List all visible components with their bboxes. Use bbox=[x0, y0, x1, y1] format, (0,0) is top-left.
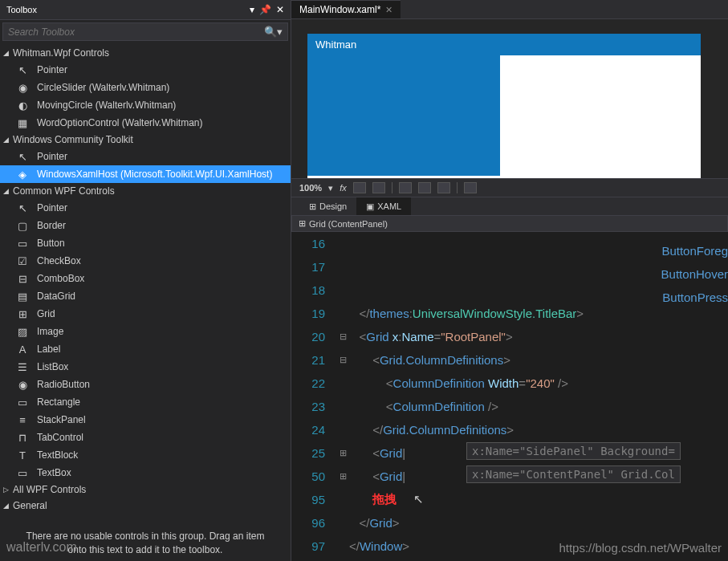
preview-window[interactable]: Whitman bbox=[307, 34, 701, 178]
toolbox-item[interactable]: ⊟ComboBox bbox=[0, 270, 291, 287]
tab-design[interactable]: ⊞ Design bbox=[299, 197, 356, 215]
dropdown-icon[interactable]: ▾ bbox=[328, 183, 333, 193]
code-line[interactable]: 96 </Grid> bbox=[291, 511, 728, 535]
search-input[interactable] bbox=[8, 26, 264, 38]
editor-tab[interactable]: MainWindow.xaml* ✕ bbox=[291, 0, 401, 18]
toolbox-group-header[interactable]: ◢Whitman.Wpf Controls bbox=[0, 45, 291, 61]
toolbox-item-label: StackPanel bbox=[37, 414, 86, 425]
stackpanel-icon: ≡ bbox=[16, 413, 29, 426]
toolbox-item[interactable]: ↖Pointer bbox=[0, 199, 291, 217]
toolbox-item[interactable]: ≡StackPanel bbox=[0, 411, 291, 429]
button-icon: ▭ bbox=[16, 237, 29, 250]
tool-icon[interactable] bbox=[418, 182, 431, 193]
toolbox-group-header[interactable]: ◢General bbox=[0, 498, 291, 514]
designer-surface[interactable]: Whitman bbox=[291, 19, 728, 178]
toolbox-item[interactable]: ▨Image bbox=[0, 323, 291, 340]
textbox-icon: ▭ bbox=[16, 466, 29, 479]
code-line[interactable]: 18ButtonPress bbox=[291, 278, 728, 302]
movingcircle-icon: ◐ bbox=[16, 99, 29, 112]
toolbox-group-header[interactable]: ◢Windows Community Toolkit bbox=[0, 132, 291, 148]
pin-icon[interactable]: 📌 bbox=[259, 4, 271, 15]
toolbox-item[interactable]: ☑CheckBox bbox=[0, 252, 291, 270]
toolbox-item[interactable]: ▭Button bbox=[0, 234, 291, 252]
toolbox-item[interactable]: ◈WindowsXamlHost (Microsoft.Toolkit.Wpf.… bbox=[0, 165, 291, 183]
toolbox-item[interactable]: ▤DataGrid bbox=[0, 287, 291, 305]
zoom-level[interactable]: 100% bbox=[299, 183, 322, 193]
pointer-icon: ↖ bbox=[16, 201, 29, 214]
toolbox-item-label: TextBlock bbox=[37, 449, 78, 461]
code-line[interactable]: 20⊟ <Grid x:Name="RootPanel"> bbox=[291, 325, 728, 348]
design-icon: ⊞ bbox=[309, 201, 316, 212]
code-line[interactable]: 17ButtonHover bbox=[291, 255, 728, 278]
pointer-icon: ↖ bbox=[16, 63, 29, 76]
pointer-icon: ↖ bbox=[16, 150, 29, 163]
toolbox-item[interactable]: ↖Pointer bbox=[0, 148, 291, 165]
toolbox-item-label: Pointer bbox=[37, 64, 67, 75]
toolbox-item[interactable]: ▭Rectangle bbox=[0, 393, 291, 411]
toolbox-item[interactable]: ◐MovingCircle (Walterlv.Whitman) bbox=[0, 96, 291, 114]
toolbox-item-label: WordOptionControl (Walterlv.Whitman) bbox=[37, 117, 203, 128]
editor-tab-bar: MainWindow.xaml* ✕ bbox=[291, 0, 728, 19]
code-line[interactable]: 22 <ColumnDefinition Width="240" /> bbox=[291, 372, 728, 395]
editor-area: MainWindow.xaml* ✕ Whitman 100% ▾ fx bbox=[291, 0, 728, 561]
toolbox-item-label: CircleSlider (Walterlv.Whitman) bbox=[37, 82, 169, 93]
toolbox-group-header[interactable]: ◢Common WPF Controls bbox=[0, 183, 291, 199]
toolbox-item[interactable]: TTextBlock bbox=[0, 446, 291, 464]
close-icon[interactable]: ✕ bbox=[276, 4, 284, 15]
toolbox-item-label: Label bbox=[37, 344, 60, 355]
search-icon[interactable]: 🔍▾ bbox=[264, 26, 283, 38]
tab-xaml[interactable]: ▣ XAML bbox=[356, 197, 411, 215]
toolbox-group-header[interactable]: ▷All WPF Controls bbox=[0, 482, 291, 498]
grid-icon[interactable] bbox=[353, 182, 366, 193]
code-line[interactable]: 21⊟ <Grid.ColumnDefinitions> bbox=[291, 348, 728, 372]
intellisense-hint: x:Name="ContentPanel" Grid.Col bbox=[466, 465, 681, 483]
toolbox-item[interactable]: ⊓TabControl bbox=[0, 429, 291, 446]
watermark-right: https://blog.csdn.net/WPwalter bbox=[559, 541, 722, 555]
intellisense-hint: x:Name="SidePanel" Background= bbox=[466, 442, 681, 460]
toolbox-item[interactable]: ↖Pointer bbox=[0, 61, 291, 79]
breadcrumb-text: Grid (ContentPanel) bbox=[309, 219, 388, 229]
code-breadcrumb[interactable]: ⊞ Grid (ContentPanel) bbox=[291, 215, 728, 232]
toolbox-item-label: Image bbox=[37, 326, 63, 337]
code-line[interactable]: 16ButtonForeg bbox=[291, 232, 728, 255]
toolbox-item-label: RadioButton bbox=[37, 379, 90, 390]
toolbox-titlebar: Toolbox ▾ 📌 ✕ bbox=[0, 0, 291, 20]
toolbox-item[interactable]: ALabel bbox=[0, 340, 291, 358]
snap-icon[interactable] bbox=[372, 182, 385, 193]
toolbox-item-label: CheckBox bbox=[37, 255, 81, 266]
tool-icon[interactable] bbox=[437, 182, 450, 193]
toolbox-item[interactable]: ▦WordOptionControl (Walterlv.Whitman) bbox=[0, 114, 291, 132]
code-line[interactable]: 98 bbox=[291, 558, 728, 561]
preview-titlebar: Whitman bbox=[307, 34, 701, 55]
toolbox-item-label: ComboBox bbox=[37, 273, 84, 284]
toolbox-item[interactable]: ▢Border bbox=[0, 217, 291, 234]
textblock-icon: T bbox=[16, 449, 29, 461]
toolbox-item-label: TabControl bbox=[37, 432, 83, 443]
code-line[interactable]: 95 拖拽 ↖ bbox=[291, 488, 728, 511]
watermark-left: walterlv.com bbox=[6, 540, 77, 555]
design-xaml-tabs: ⊞ Design ▣ XAML bbox=[291, 197, 728, 215]
checkbox-icon: ☑ bbox=[16, 254, 29, 267]
toolbox-item[interactable]: ◉RadioButton bbox=[0, 376, 291, 393]
dropdown-icon[interactable]: ▾ bbox=[250, 4, 254, 15]
image-icon: ▨ bbox=[16, 325, 29, 338]
toolbox-panel: Toolbox ▾ 📌 ✕ 🔍▾ ◢Whitman.Wpf Controls↖P… bbox=[0, 0, 291, 561]
code-editor[interactable]: 16ButtonForeg17ButtonHover18ButtonPress1… bbox=[291, 232, 728, 561]
tool-icon[interactable] bbox=[399, 182, 412, 193]
datagrid-icon: ▤ bbox=[16, 290, 29, 303]
tab-title: MainWindow.xaml* bbox=[299, 4, 380, 15]
tool-icon[interactable] bbox=[464, 182, 477, 193]
toolbox-item-label: Pointer bbox=[37, 151, 67, 162]
code-line[interactable]: 19 </themes:UniversalWindowStyle.TitleBa… bbox=[291, 302, 728, 325]
toolbox-item[interactable]: ⊞Grid bbox=[0, 305, 291, 323]
code-line[interactable]: 23 <ColumnDefinition /> bbox=[291, 395, 728, 418]
toolbox-item[interactable]: ◉CircleSlider (Walterlv.Whitman) bbox=[0, 79, 291, 96]
code-line[interactable]: 24 </Grid.ColumnDefinitions> bbox=[291, 418, 728, 441]
toolbox-item[interactable]: ▭TextBox bbox=[0, 464, 291, 482]
combobox-icon: ⊟ bbox=[16, 272, 29, 285]
toolbox-item[interactable]: ☰ListBox bbox=[0, 358, 291, 376]
border-icon: ▢ bbox=[16, 219, 29, 232]
tabcontrol-icon: ⊓ bbox=[16, 431, 29, 444]
toolbox-search[interactable]: 🔍▾ bbox=[2, 22, 288, 41]
close-icon[interactable]: ✕ bbox=[385, 5, 392, 15]
